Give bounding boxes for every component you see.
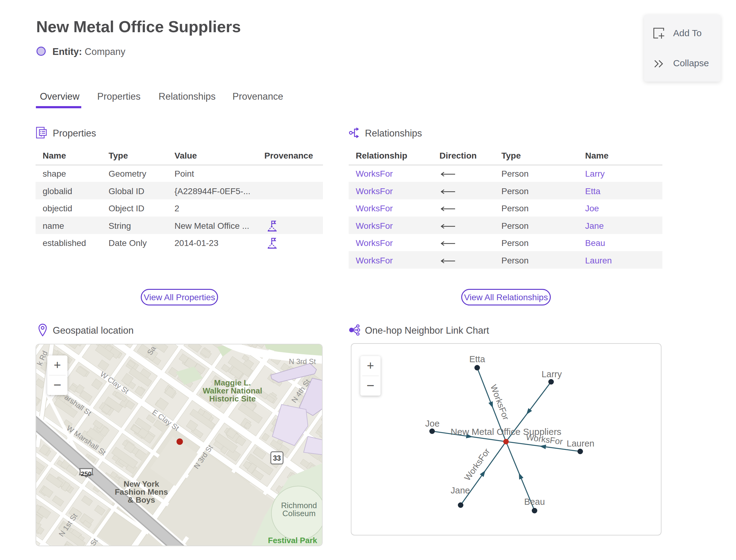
- svg-text:33: 33: [273, 454, 281, 462]
- svg-text:Festival Park: Festival Park: [268, 536, 317, 545]
- svg-text:Joe: Joe: [425, 419, 440, 428]
- svg-text:WorksFor: WorksFor: [462, 447, 492, 482]
- svg-text:Historic Site: Historic Site: [209, 394, 256, 403]
- svg-text:250: 250: [81, 470, 91, 477]
- svg-text:N 3rd St: N 3rd St: [289, 357, 316, 366]
- svg-text:& Boys: & Boys: [128, 495, 155, 504]
- svg-text:Larry: Larry: [542, 369, 562, 379]
- svg-text:Coliseum: Coliseum: [282, 509, 316, 518]
- svg-text:Lauren: Lauren: [567, 439, 594, 448]
- svg-text:Jane: Jane: [451, 485, 470, 495]
- svg-text:Etta: Etta: [469, 354, 485, 364]
- svg-text:Beau: Beau: [524, 497, 545, 507]
- svg-text:New Metal Office Suppliers: New Metal Office Suppliers: [450, 427, 561, 437]
